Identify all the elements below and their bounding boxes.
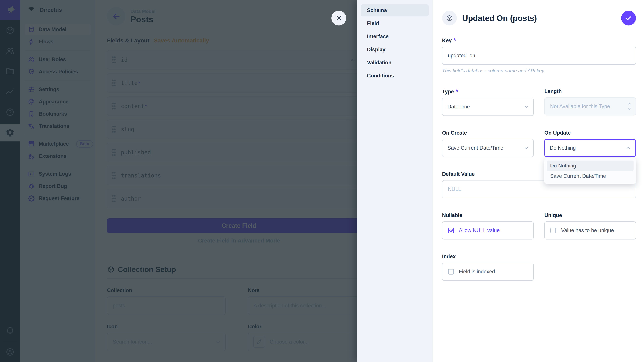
chevron-up-icon (627, 102, 632, 106)
type-label: Type (442, 89, 454, 94)
box-icon (446, 14, 453, 22)
unique-option[interactable]: Value has to be unique (544, 221, 636, 240)
nullable-option-label: Allow NULL value (459, 227, 500, 233)
length-label: Length (544, 88, 636, 94)
check-icon (625, 14, 632, 22)
drawer-title: Updated On (posts) (462, 13, 537, 23)
key-label: Key (442, 37, 452, 43)
type-select[interactable]: DateTime (442, 98, 534, 116)
drawer-tab-list: Schema Field Interface Display Validatio… (357, 0, 433, 362)
index-option[interactable]: Field is indexed (442, 263, 534, 281)
unique-label: Unique (544, 212, 636, 218)
key-helper-text: This field's database column name and AP… (442, 68, 636, 73)
on-update-dropdown-menu: Do Nothing Save Current Date/Time (544, 158, 636, 184)
chevron-down-icon (524, 104, 529, 109)
key-input[interactable] (448, 52, 630, 59)
drawer-content: Updated On (posts) Key★ This field's dat… (433, 0, 644, 362)
required-icon: ★ (453, 37, 456, 41)
length-input-wrap (544, 97, 636, 115)
tab-validation[interactable]: Validation (361, 57, 429, 69)
tab-interface[interactable]: Interface (361, 30, 429, 42)
chevron-down-icon (524, 145, 529, 151)
tab-schema[interactable]: Schema (361, 4, 429, 16)
checkbox-checked-icon[interactable] (448, 228, 454, 233)
checkbox-unchecked-icon[interactable] (448, 269, 454, 275)
key-input-wrap (442, 46, 636, 65)
nullable-option[interactable]: Allow NULL value (442, 221, 534, 240)
index-option-label: Field is indexed (459, 269, 495, 275)
length-input (550, 103, 630, 110)
chevron-down-icon (627, 107, 632, 111)
default-value-input[interactable] (448, 186, 630, 192)
tab-conditions[interactable]: Conditions (361, 70, 429, 82)
tab-field[interactable]: Field (361, 17, 429, 29)
save-button[interactable] (621, 11, 636, 25)
nullable-label: Nullable (442, 212, 534, 218)
field-detail-drawer: Schema Field Interface Display Validatio… (357, 0, 644, 362)
index-label: Index (442, 254, 534, 260)
chevron-up-icon (626, 145, 631, 151)
dropdown-option-save-current[interactable]: Save Current Date/Time (547, 171, 634, 181)
on-create-select[interactable]: Save Current Date/Time (442, 139, 534, 157)
unique-option-label: Value has to be unique (561, 227, 614, 233)
number-stepper[interactable] (627, 102, 632, 111)
on-update-select[interactable]: Do Nothing (544, 139, 636, 157)
dropdown-option-do-nothing[interactable]: Do Nothing (547, 161, 634, 171)
close-icon (335, 14, 342, 22)
drawer-header: Updated On (posts) (442, 0, 636, 25)
on-create-label: On Create (442, 130, 534, 136)
directus-app: Directus Data Model Flows User Roles Acc… (0, 0, 644, 362)
required-icon: ★ (455, 88, 458, 92)
on-update-label: On Update (544, 130, 636, 136)
checkbox-unchecked-icon[interactable] (550, 228, 556, 233)
drawer-close-button[interactable] (332, 11, 346, 25)
field-title-chip (442, 11, 457, 25)
tab-display[interactable]: Display (361, 43, 429, 56)
